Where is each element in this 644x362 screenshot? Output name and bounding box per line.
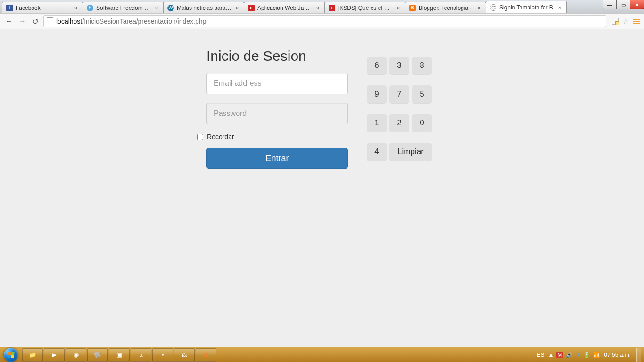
page-icon	[47, 17, 53, 25]
sfd-icon: S	[87, 5, 93, 11]
taskbar-app-explorer[interactable]: 📁	[22, 348, 43, 362]
tab-title: Malas noticias para So	[177, 5, 231, 11]
tab-signin[interactable]: ◌ Signin Template for B ×	[486, 1, 567, 13]
close-icon[interactable]: ×	[154, 5, 159, 11]
taskbar-right: ES ▲ M 🔊 ⬍ 🔋 📶 07:55 a.m.	[537, 348, 641, 362]
clock[interactable]: 07:55 a.m.	[604, 352, 631, 358]
tray-volume-icon[interactable]: 🔊	[566, 352, 573, 358]
keypad-key[interactable]: 5	[412, 85, 432, 103]
tray-network-icon[interactable]: 📶	[593, 352, 600, 358]
tab-title: Software Freedom Day	[96, 5, 151, 11]
taskbar-app-files[interactable]: 🗂	[174, 348, 195, 362]
blogger-icon: B	[409, 5, 416, 11]
forward-button[interactable]: →	[17, 16, 27, 26]
keypad-key[interactable]: 4	[367, 143, 387, 161]
submit-button[interactable]: Entrar	[206, 148, 348, 169]
keypad-key[interactable]: 7	[389, 85, 409, 103]
youtube-icon	[248, 5, 255, 11]
keypad-key[interactable]: 1	[367, 114, 387, 132]
keypad-clear-button[interactable]: Limpiar	[389, 143, 432, 161]
close-icon[interactable]: ×	[73, 5, 79, 11]
language-indicator[interactable]: ES	[537, 352, 544, 358]
bookmark-page-icon[interactable]	[612, 18, 619, 25]
taskbar-app-terminal[interactable]: ▪	[152, 348, 173, 362]
numeric-keypad: 6 3 8 9 7 5 1 2 0 4 Limpiar	[367, 57, 438, 169]
facebook-icon: f	[6, 5, 13, 11]
tray-sync-icon[interactable]: ⬍	[576, 352, 580, 358]
menu-icon[interactable]	[633, 19, 640, 24]
close-icon[interactable]: ×	[315, 5, 321, 11]
windows-orb-icon	[4, 348, 18, 362]
tray-up-icon[interactable]: ▲	[548, 352, 553, 358]
tab-ksds[interactable]: [KSDS] Qué es el Mod ×	[324, 2, 405, 13]
wordpress-icon: W	[167, 5, 174, 11]
page-viewport: Inicio de Sesion Recordar Entrar 6 3 8 9…	[0, 29, 644, 347]
close-icon[interactable]: ×	[476, 5, 482, 11]
reload-button[interactable]: ↻	[30, 16, 41, 26]
system-tray: ▲ M 🔊 ⬍ 🔋 📶	[548, 352, 600, 358]
show-desktop-button[interactable]	[636, 348, 641, 362]
taskbar-left: 📁 ▶ ◉ 🐘 ▣ µ ▪ 🗂 X	[0, 347, 217, 362]
email-field[interactable]	[206, 73, 348, 94]
taskbar-app-cube[interactable]: ▣	[109, 348, 130, 362]
keypad-key[interactable]: 0	[412, 114, 432, 132]
minimize-button[interactable]: —	[603, 0, 617, 9]
maximize-button[interactable]: ▭	[616, 0, 630, 9]
tab-title: Signin Template for B	[499, 4, 554, 11]
address-bar: ← → ↻ localhost/InicioSesionTarea/presen…	[0, 13, 644, 29]
keypad-key[interactable]: 2	[389, 114, 409, 132]
browser-chrome: f Facebook × S Software Freedom Day × W …	[0, 0, 644, 29]
document-icon: ◌	[490, 4, 496, 11]
close-window-button[interactable]: ✕	[630, 0, 644, 9]
window-controls: — ▭ ✕	[603, 0, 644, 9]
toolbar-right: ☆	[612, 17, 640, 26]
keypad-key[interactable]: 3	[389, 57, 409, 74]
tab-title: Facebook	[16, 5, 70, 11]
star-icon[interactable]: ☆	[622, 17, 629, 26]
back-button[interactable]: ←	[4, 16, 14, 26]
taskbar-app-utorrent[interactable]: µ	[131, 348, 151, 362]
url-text: localhost/InicioSesionTarea/presentacion…	[56, 17, 206, 25]
taskbar-app-pgadmin[interactable]: 🐘	[87, 348, 108, 362]
remember-label: Recordar	[207, 133, 234, 140]
keypad-key[interactable]: 6	[367, 57, 387, 74]
tab-title: Blogger: Tecnologia -	[419, 5, 473, 11]
tray-mail-icon[interactable]: M	[556, 352, 563, 358]
taskbar-app-xampp[interactable]: X	[196, 348, 216, 362]
keypad-key[interactable]: 9	[367, 85, 387, 103]
keypad-key[interactable]: 8	[412, 57, 432, 74]
taskbar: 📁 ▶ ◉ 🐘 ▣ µ ▪ 🗂 X ES ▲ M 🔊 ⬍ 🔋 📶 07:55 a…	[0, 347, 644, 362]
taskbar-app-media[interactable]: ▶	[44, 348, 65, 362]
close-icon[interactable]: ×	[557, 5, 562, 10]
url-path: /InicioSesionTarea/presentacion/index.ph…	[82, 17, 206, 25]
tab-title: Aplicacion Web Java M	[257, 5, 312, 11]
signin-form: Inicio de Sesion Recordar Entrar	[206, 48, 348, 169]
tab-facebook[interactable]: f Facebook ×	[2, 2, 83, 13]
signin-container: Inicio de Sesion Recordar Entrar 6 3 8 9…	[110, 48, 534, 169]
tab-title: [KSDS] Qué es el Mod	[338, 5, 393, 11]
url-input[interactable]: localhost/InicioSesionTarea/presentacion…	[43, 15, 606, 27]
tab-sfd[interactable]: S Software Freedom Day ×	[83, 2, 164, 13]
url-host: localhost	[56, 17, 82, 25]
youtube-icon	[329, 5, 335, 11]
tab-aplicacion[interactable]: Aplicacion Web Java M ×	[244, 2, 325, 13]
close-icon[interactable]: ×	[234, 5, 240, 11]
tab-malas[interactable]: W Malas noticias para So ×	[163, 2, 244, 13]
close-icon[interactable]: ×	[396, 5, 401, 11]
tray-battery-icon[interactable]: 🔋	[583, 352, 590, 358]
remember-checkbox[interactable]	[197, 134, 203, 140]
remember-row[interactable]: Recordar	[197, 133, 348, 140]
taskbar-app-chrome[interactable]: ◉	[66, 348, 86, 362]
password-field[interactable]	[206, 103, 348, 124]
page-title: Inicio de Sesion	[206, 48, 348, 64]
tab-blogger[interactable]: B Blogger: Tecnologia - ×	[405, 2, 486, 13]
start-button[interactable]	[0, 347, 22, 362]
tab-strip: f Facebook × S Software Freedom Day × W …	[0, 0, 644, 13]
